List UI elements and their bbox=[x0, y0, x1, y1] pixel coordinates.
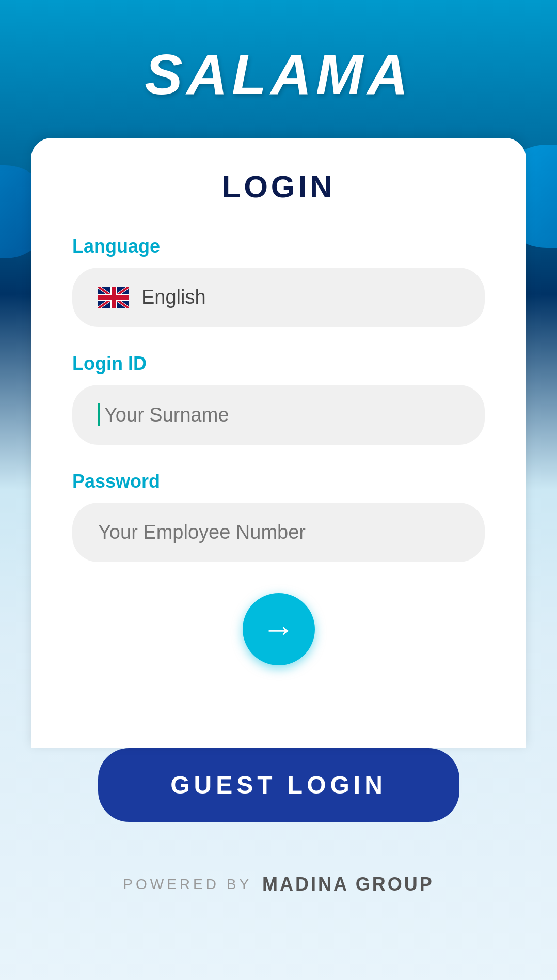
password-input[interactable] bbox=[98, 521, 459, 543]
powered-by-text: POWERED BY bbox=[123, 876, 252, 893]
password-label: Password bbox=[72, 471, 485, 492]
language-value: English bbox=[141, 286, 206, 308]
uk-flag-icon bbox=[98, 287, 129, 308]
password-section: Password bbox=[72, 471, 485, 562]
login-id-field[interactable] bbox=[72, 385, 485, 445]
guest-login-button[interactable]: GUEST LOGIN bbox=[98, 748, 459, 822]
language-label: Language bbox=[72, 236, 485, 257]
arrow-right-icon: → bbox=[262, 610, 295, 648]
footer: POWERED BY MADINA GROUP bbox=[0, 853, 557, 916]
guest-login-area: GUEST LOGIN bbox=[0, 748, 557, 822]
login-id-section: Login ID bbox=[72, 353, 485, 445]
svg-rect-8 bbox=[98, 295, 129, 300]
text-cursor bbox=[98, 403, 100, 426]
login-id-input[interactable] bbox=[104, 404, 459, 426]
submit-area: → bbox=[72, 593, 485, 665]
language-section: Language Englis bbox=[72, 236, 485, 327]
login-id-label: Login ID bbox=[72, 353, 485, 375]
language-selector[interactable]: English bbox=[72, 268, 485, 327]
submit-button[interactable]: → bbox=[243, 593, 315, 665]
company-name: MADINA GROUP bbox=[262, 874, 434, 895]
app-logo: SALAMA bbox=[0, 41, 557, 107]
password-field[interactable] bbox=[72, 503, 485, 562]
page-title: LOGIN bbox=[72, 169, 485, 205]
header-section: SALAMA bbox=[0, 0, 557, 138]
login-card: LOGIN Language bbox=[31, 138, 526, 748]
